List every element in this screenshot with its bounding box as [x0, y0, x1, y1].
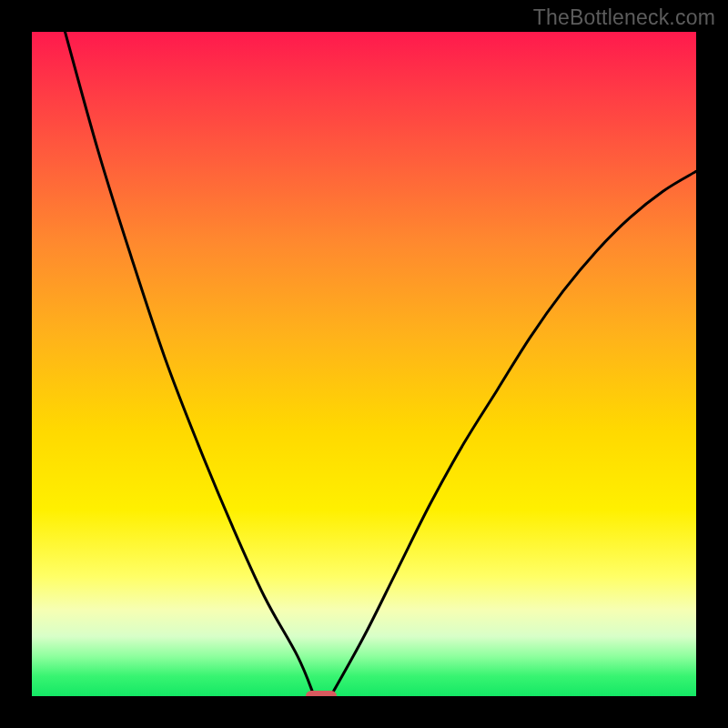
curve-right-branch: [331, 171, 697, 696]
watermark-text: TheBottleneck.com: [533, 5, 715, 30]
curve-left-branch: [66, 32, 315, 696]
bottleneck-curve: [32, 32, 696, 696]
minimum-marker: [306, 691, 337, 696]
plot-area: [32, 32, 696, 696]
chart-frame: TheBottleneck.com: [0, 0, 728, 728]
